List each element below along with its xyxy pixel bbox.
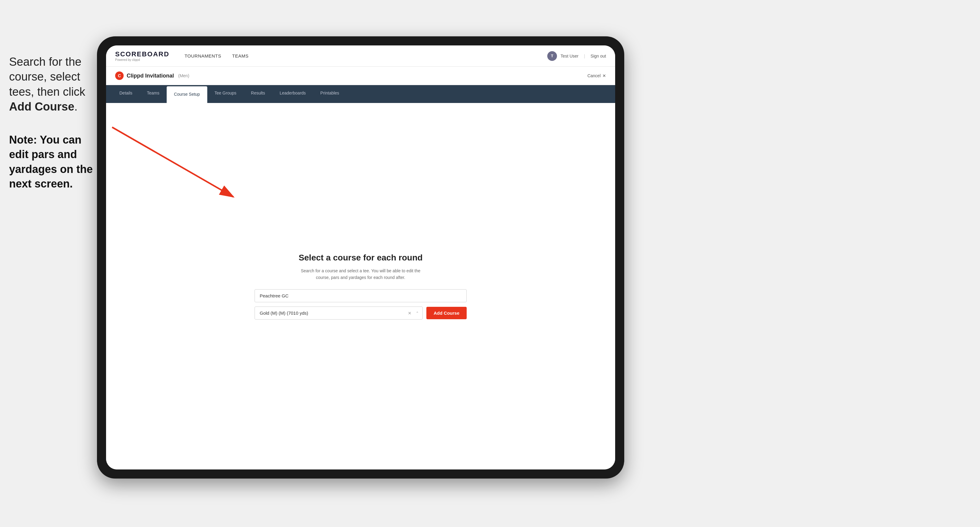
left-annotation: Search for the course, select tees, then… xyxy=(9,54,97,191)
tee-select-display[interactable]: Gold (M) (M) (7010 yds) ✕ ⌃ xyxy=(255,306,423,319)
navbar-right: T Test User | Sign out xyxy=(547,51,606,61)
sign-out-link[interactable]: Sign out xyxy=(590,54,606,59)
tab-tee-groups[interactable]: Tee Groups xyxy=(207,85,243,103)
tablet-screen: SCOREBOARD Powered by clippd TOURNAMENTS… xyxy=(106,45,615,470)
tournament-icon: C xyxy=(115,71,124,80)
cancel-button[interactable]: Cancel ✕ xyxy=(587,73,606,78)
user-avatar: T xyxy=(547,51,557,61)
tee-chevron-icon[interactable]: ⌃ xyxy=(416,311,419,315)
annotation-main-text: Search for the course, select tees, then… xyxy=(9,54,97,114)
user-name: Test User xyxy=(561,54,579,59)
tournament-title: Clippd Invitational xyxy=(127,73,174,79)
logo-sub: Powered by clippd xyxy=(115,58,169,62)
tee-select-row: Gold (M) (M) (7010 yds) ✕ ⌃ Add Course xyxy=(255,306,467,319)
navbar-left: SCOREBOARD Powered by clippd TOURNAMENTS… xyxy=(115,50,248,62)
pipe-separator: | xyxy=(584,54,585,59)
tab-results[interactable]: Results xyxy=(243,85,272,103)
course-card-description: Search for a course and select a tee. Yo… xyxy=(255,267,467,281)
tee-select-wrapper: Gold (M) (M) (7010 yds) ✕ ⌃ xyxy=(255,306,423,319)
tablet-frame: SCOREBOARD Powered by clippd TOURNAMENTS… xyxy=(97,37,624,479)
tab-details[interactable]: Details xyxy=(112,85,140,103)
tab-leaderboards[interactable]: Leaderboards xyxy=(272,85,313,103)
tab-printables[interactable]: Printables xyxy=(313,85,346,103)
course-card: Select a course for each round Search fo… xyxy=(255,253,467,320)
add-course-button[interactable]: Add Course xyxy=(426,307,467,319)
nav-tournaments[interactable]: TOURNAMENTS xyxy=(185,53,221,59)
main-content: Select a course for each round Search fo… xyxy=(106,103,615,470)
annotation-note-text: Note: You can edit pars and yardages on … xyxy=(9,133,97,191)
course-card-title: Select a course for each round xyxy=(255,253,467,263)
tab-course-setup[interactable]: Course Setup xyxy=(167,86,207,103)
tee-clear-icon[interactable]: ✕ xyxy=(408,311,412,316)
tab-navigation: Details Teams Course Setup Tee Groups Re… xyxy=(106,85,615,103)
tournament-title-area: C Clippd Invitational (Men) xyxy=(115,71,189,80)
nav-teams[interactable]: TEAMS xyxy=(232,53,248,59)
cancel-icon: ✕ xyxy=(603,73,606,78)
top-navbar: SCOREBOARD Powered by clippd TOURNAMENTS… xyxy=(106,45,615,67)
tab-teams[interactable]: Teams xyxy=(140,85,167,103)
nav-links: TOURNAMENTS TEAMS xyxy=(185,53,248,59)
tee-value: Gold (M) (M) (7010 yds) xyxy=(260,310,308,316)
course-search-input[interactable] xyxy=(255,289,467,302)
tournament-header: C Clippd Invitational (Men) Cancel ✕ xyxy=(106,67,615,85)
logo-text: SCOREBOARD xyxy=(115,50,169,58)
tournament-subtitle: (Men) xyxy=(178,73,189,78)
logo-area: SCOREBOARD Powered by clippd xyxy=(115,50,169,62)
